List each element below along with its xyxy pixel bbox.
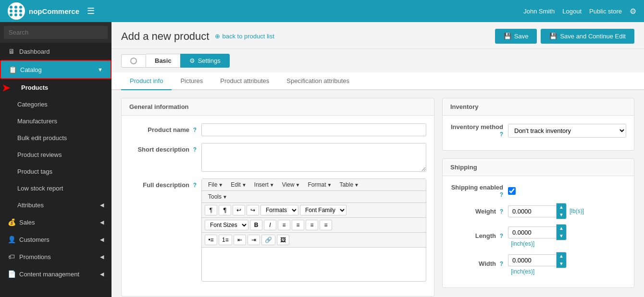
full-desc-help-icon[interactable]: ? [193, 182, 197, 189]
sidebar-item-low-stock[interactable]: Low stock report [0, 180, 111, 197]
back-arrow-icon: ⊕ [215, 33, 220, 40]
rte-bold[interactable]: B [250, 220, 262, 230]
rte-align-justify[interactable]: ≡ [320, 220, 332, 230]
weight-row: Weight ? 0.0000 ▲ ▼ [lb(s)] [450, 203, 626, 219]
weight-spinner: 0.0000 ▲ ▼ [lb(s)] [508, 203, 584, 219]
view-toggle-basic[interactable]: Basic [146, 54, 180, 68]
logout-link[interactable]: Logout [562, 8, 582, 15]
rte-indent[interactable]: ⇥ [248, 235, 260, 245]
shipping-panel: Shipping Shipping enabled ? [442, 158, 634, 288]
sidebar-item-content[interactable]: 📄 Content management ◀ [0, 265, 111, 283]
rte-menu-format[interactable]: Format ▼ [304, 180, 335, 189]
sidebar-item-bulk-edit[interactable]: Bulk edit products [0, 130, 111, 146]
inventory-method-select[interactable]: Don't track inventory Track inventory Tr… [508, 124, 626, 138]
sidebar-item-customers[interactable]: 👤 Customers ◀ [0, 231, 111, 248]
rte-align-right[interactable]: ≡ [306, 220, 318, 230]
view-toggle-settings[interactable]: ⚙ Settings [180, 54, 230, 68]
rte-fontsize-select[interactable]: Font Sizes [205, 220, 248, 230]
rte-menu-table[interactable]: Table ▼ [336, 180, 362, 189]
view-toggle-radio[interactable] [121, 54, 146, 68]
rte-menu-edit[interactable]: Edit ▼ [227, 180, 250, 189]
short-desc-help-icon[interactable]: ? [193, 146, 197, 153]
weight-up-btn[interactable]: ▲ [557, 203, 566, 211]
rte-align-left[interactable]: ≡ [278, 220, 290, 230]
product-name-row: Product name ? [129, 123, 426, 136]
sidebar-item-attributes[interactable]: Attributes ◀ [0, 197, 111, 214]
view-toggle: Basic ⚙ Settings [111, 49, 644, 72]
shipping-enabled-checkbox[interactable] [508, 187, 516, 195]
width-input[interactable]: 0.0000 [508, 254, 556, 266]
sidebar-catalog-label: Catalog [20, 66, 42, 73]
product-name-help-icon[interactable]: ? [193, 127, 197, 133]
width-down-btn[interactable]: ▼ [557, 260, 566, 268]
hamburger-icon[interactable]: ☰ [87, 6, 95, 16]
search-input[interactable] [4, 26, 108, 39]
sidebar-item-dashboard[interactable]: 🖥 Dashboard [0, 43, 111, 60]
weight-down-btn[interactable]: ▼ [557, 211, 566, 219]
tab-product-attributes[interactable]: Product attributes [211, 72, 278, 90]
rte-undo[interactable]: ↩ [233, 205, 245, 215]
tab-product-info[interactable]: Product info [121, 72, 172, 90]
weight-help-icon[interactable]: ? [500, 208, 503, 215]
weight-input[interactable]: 0.0000 [508, 205, 556, 217]
sidebar-item-promotions[interactable]: 🏷 Promotions ◀ [0, 248, 111, 265]
inventory-method-help-icon[interactable]: ? [500, 131, 503, 138]
main-layout: 🖥 Dashboard 📋 Catalog ▼ Products ➤ Categ… [0, 22, 644, 297]
rte-link[interactable]: 🔗 [261, 235, 275, 245]
width-label: Width ? [450, 260, 503, 267]
rte-outdent[interactable]: ⇤ [234, 235, 246, 245]
save-continue-button[interactable]: 💾 Save and Continue Edit [541, 29, 634, 44]
rte-body[interactable] [202, 248, 426, 281]
full-desc-label: Full description ? [129, 178, 197, 189]
shipping-enabled-help-icon[interactable]: ? [500, 191, 503, 198]
gear-icon[interactable]: ⚙ [630, 7, 636, 16]
length-down-btn[interactable]: ▼ [557, 232, 566, 240]
rte-bullet-list[interactable]: •≡ [205, 235, 217, 245]
rte-italic[interactable]: I [264, 220, 276, 230]
width-up-btn[interactable]: ▲ [557, 252, 566, 260]
length-input[interactable]: 0.0000 [508, 226, 556, 238]
rte-formats-select[interactable]: Formats [260, 205, 298, 215]
sidebar-item-manufacturers[interactable]: Manufacturers [0, 113, 111, 130]
tab-pictures[interactable]: Pictures [172, 72, 211, 90]
rte-redo[interactable]: ↪ [247, 205, 259, 215]
tabs-bar: Product info Pictures Product attributes… [111, 72, 644, 90]
back-to-list-link[interactable]: ⊕ back to product list [215, 33, 274, 40]
sidebar-item-sales[interactable]: 💰 Sales ◀ [0, 214, 111, 231]
width-help-icon[interactable]: ? [500, 261, 503, 267]
rte-menu-insert[interactable]: Insert ▼ [251, 180, 278, 189]
save-button[interactable]: 💾 Save [495, 29, 537, 44]
rte-align-center[interactable]: ≡ [292, 220, 304, 230]
length-up-btn[interactable]: ▲ [557, 225, 566, 232]
logo[interactable]: nopCommerce [8, 2, 79, 20]
sidebar-item-products[interactable]: Products ➤ [0, 79, 111, 96]
rte-menu-tools[interactable]: Tools ▼ [205, 192, 231, 201]
sidebar-item-tags[interactable]: Product tags [0, 163, 111, 180]
inventory-header: Inventory [443, 98, 634, 116]
rte-fontfamily-select[interactable]: Font Family [300, 205, 347, 215]
tab-specification-attributes[interactable]: Specification attributes [278, 72, 358, 90]
sidebar-item-categories[interactable]: Categories [0, 96, 111, 113]
right-panels: Inventory Inventory method ? Don't track… [442, 98, 634, 297]
rte-menu-view[interactable]: View ▼ [279, 180, 304, 189]
length-help-icon[interactable]: ? [500, 233, 503, 239]
rte-image[interactable]: 🖼 [277, 235, 289, 245]
rte-toolbar-1: ¶ ¶̣ ↩ ↪ Formats Font Family [202, 203, 426, 218]
product-name-input[interactable] [201, 123, 426, 136]
attributes-label: Attributes [17, 202, 44, 209]
catalog-icon: 📋 [9, 66, 16, 73]
arrow-products: ➤ [2, 82, 10, 94]
public-store-link[interactable]: Public store [589, 8, 622, 15]
sidebar-item-catalog[interactable]: 📋 Catalog ▼ [0, 60, 111, 79]
user-name: John Smith [523, 8, 555, 15]
tags-label: Product tags [17, 168, 52, 175]
short-desc-input[interactable] [201, 143, 426, 172]
page-actions: 💾 Save 💾 Save and Continue Edit [495, 29, 634, 44]
rte-menu-file[interactable]: File ▼ [205, 180, 226, 189]
sidebar-item-reviews[interactable]: Product reviews [0, 146, 111, 163]
rte-number-list[interactable]: 1≡ [219, 235, 232, 245]
rte-paragraph-ltr[interactable]: ¶ [205, 205, 217, 215]
rte-paragraph-rtl[interactable]: ¶̣ [219, 205, 231, 215]
categories-label: Categories [17, 101, 48, 108]
weight-unit: [lb(s)] [570, 208, 584, 214]
